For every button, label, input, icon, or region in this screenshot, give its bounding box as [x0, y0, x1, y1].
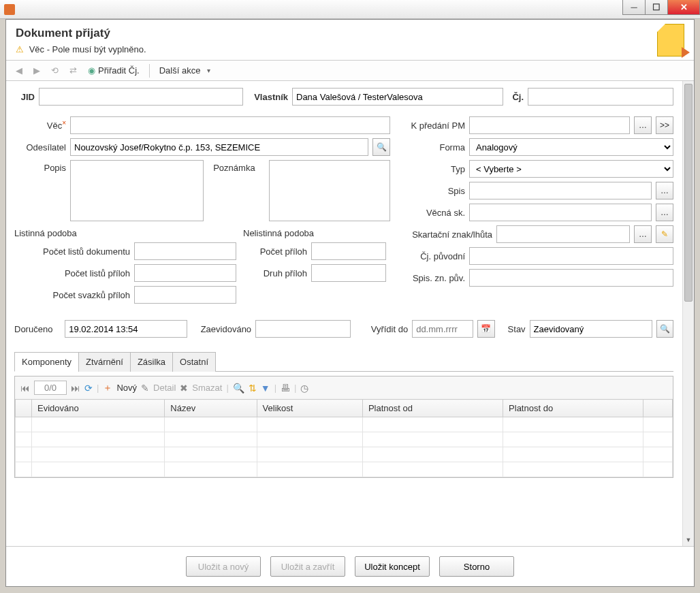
- pager-display: 0/0: [34, 381, 67, 395]
- warning-icon: ⚠: [16, 44, 24, 54]
- vecna-sk-label: Věcná sk.: [397, 208, 465, 218]
- pager-first-icon[interactable]: ⏮: [20, 383, 30, 394]
- k-predani-forward-button[interactable]: >>: [656, 116, 673, 134]
- listinna-title: Listinná podoba: [14, 228, 236, 238]
- cancel-button[interactable]: Storno: [439, 556, 514, 577]
- vyridit-do-calendar-button[interactable]: 📅: [477, 320, 494, 338]
- more-actions-label: Další akce: [159, 65, 201, 76]
- scroll-thumb[interactable]: [684, 84, 693, 302]
- table-row[interactable]: [16, 462, 673, 477]
- odesilatel-lookup-button[interactable]: 🔍: [372, 138, 390, 156]
- pencil-icon: ✎: [661, 229, 668, 239]
- spis-browse-button[interactable]: …: [656, 182, 673, 199]
- pocet-priloh-label: Počet příloh: [243, 246, 307, 257]
- skart-input[interactable]: [496, 225, 630, 243]
- vecna-sk-input[interactable]: [469, 204, 652, 221]
- table-row[interactable]: [16, 447, 673, 462]
- nav-prev-button[interactable]: ◀: [12, 63, 27, 78]
- refresh-icon[interactable]: ⟳: [84, 383, 93, 394]
- new-button[interactable]: Nový: [116, 383, 137, 393]
- vec-label: Věc×: [14, 119, 66, 131]
- search-icon[interactable]: 🔍: [233, 383, 244, 394]
- maximize-button[interactable]: ☐: [645, 0, 668, 15]
- typ-select[interactable]: < Vyberte >: [469, 160, 673, 178]
- detail-icon[interactable]: ✎: [141, 383, 149, 394]
- form-content: JID Vlastník Čj. Věc× Odesílatel 🔍: [6, 81, 682, 482]
- page-title: Dokument přijatý: [16, 27, 684, 40]
- table-row[interactable]: [16, 417, 673, 432]
- pocet-svazku-priloh-input[interactable]: [134, 286, 236, 304]
- assign-cj-button[interactable]: ◉ Přiřadit Čj.: [84, 63, 144, 78]
- delete-button[interactable]: Smazat: [192, 383, 222, 393]
- stav-input[interactable]: [530, 320, 652, 338]
- owner-input[interactable]: [292, 88, 503, 106]
- skart-label: Skartační znak/lhůta: [397, 229, 492, 240]
- doruceno-input[interactable]: [65, 320, 187, 338]
- nav-next-button[interactable]: ▶: [29, 63, 44, 78]
- k-predani-browse-button[interactable]: …: [634, 116, 652, 134]
- history-icon[interactable]: ◷: [300, 383, 308, 394]
- zaevidovano-label: Zaevidováno: [191, 324, 251, 334]
- tab-ztvarneni[interactable]: Ztvárnění: [78, 352, 131, 372]
- save-draft-button[interactable]: Uložit koncept: [355, 556, 430, 577]
- vyridit-do-input[interactable]: [412, 320, 473, 338]
- grid-col-evidovano[interactable]: Evidováno: [32, 400, 165, 417]
- pocet-listu-priloh-label: Počet listů příloh: [14, 268, 130, 278]
- save-close-button[interactable]: Uložit a zavřít: [270, 556, 345, 577]
- skart-browse-button[interactable]: …: [634, 225, 652, 243]
- tab-komponenty[interactable]: Komponenty: [14, 352, 79, 372]
- filter-icon[interactable]: ▼: [261, 383, 270, 394]
- table-row[interactable]: [16, 432, 673, 447]
- pager-last-icon[interactable]: ⏭: [71, 383, 80, 394]
- spis-label: Spis: [397, 186, 465, 196]
- odesilatel-input[interactable]: [70, 138, 368, 156]
- komponenty-grid: ⏮ 0/0 ⏭ ⟳ | ＋ Nový ✎ Detail ✖ Smazat | 🔍…: [14, 376, 673, 478]
- scroll-down-icon[interactable]: ▼: [683, 534, 694, 546]
- k-predani-input[interactable]: [469, 116, 630, 134]
- tab-ostatni[interactable]: Ostatní: [172, 352, 216, 372]
- link-icon[interactable]: ⇄: [65, 63, 81, 78]
- grid-col-checkbox[interactable]: [16, 400, 32, 417]
- detail-button[interactable]: Detail: [153, 383, 176, 393]
- close-button[interactable]: ✕: [667, 0, 700, 15]
- grid-col-spacer: [643, 400, 673, 417]
- globe-icon: ◉: [88, 65, 95, 76]
- delete-icon[interactable]: ✖: [180, 383, 188, 394]
- grid-col-platnost-od[interactable]: Platnost od: [362, 400, 503, 417]
- more-actions-button[interactable]: Další akce: [155, 63, 215, 78]
- pocet-priloh-input[interactable]: [311, 242, 386, 260]
- add-icon[interactable]: ＋: [103, 382, 112, 394]
- forma-label: Forma: [397, 142, 465, 153]
- refresh-icon[interactable]: ⟲: [47, 63, 63, 78]
- save-new-button[interactable]: Uložit a nový: [186, 556, 261, 577]
- cj-input[interactable]: [528, 88, 673, 106]
- grid-col-nazev[interactable]: Název: [165, 400, 257, 417]
- pocet-listu-dok-input[interactable]: [134, 242, 236, 260]
- warning-text: Věc - Pole musí být vyplněno.: [29, 44, 146, 54]
- vec-input[interactable]: [70, 116, 390, 134]
- search-icon: 🔍: [660, 324, 670, 334]
- vertical-scrollbar[interactable]: ▲ ▼: [682, 81, 694, 546]
- spis-input[interactable]: [469, 182, 652, 199]
- cj-puvodni-label: Čj. původní: [397, 251, 465, 261]
- minimize-button[interactable]: ─: [622, 0, 646, 15]
- document-icon: [653, 24, 690, 61]
- zaevidovano-input[interactable]: [255, 320, 351, 338]
- forma-select[interactable]: Analogový: [469, 138, 673, 156]
- pocet-listu-priloh-input[interactable]: [134, 264, 236, 282]
- spis-zn-puv-input[interactable]: [469, 269, 673, 287]
- print-icon[interactable]: 🖶: [281, 383, 290, 394]
- sort-icon[interactable]: ⇅: [249, 383, 257, 394]
- popis-textarea[interactable]: [70, 160, 204, 221]
- stav-lookup-button[interactable]: 🔍: [656, 320, 673, 338]
- tab-bar: Komponenty Ztvárnění Zásilka Ostatní: [14, 351, 673, 372]
- jid-input[interactable]: [39, 88, 243, 106]
- grid-col-platnost-do[interactable]: Platnost do: [503, 400, 643, 417]
- druh-priloh-input[interactable]: [311, 264, 386, 282]
- cj-puvodni-input[interactable]: [469, 247, 673, 265]
- vecna-sk-browse-button[interactable]: …: [656, 204, 673, 221]
- poznamka-textarea[interactable]: [269, 160, 390, 221]
- skart-edit-button[interactable]: ✎: [656, 225, 673, 243]
- grid-col-velikost[interactable]: Velikost: [257, 400, 362, 417]
- tab-zasilka[interactable]: Zásilka: [130, 352, 173, 372]
